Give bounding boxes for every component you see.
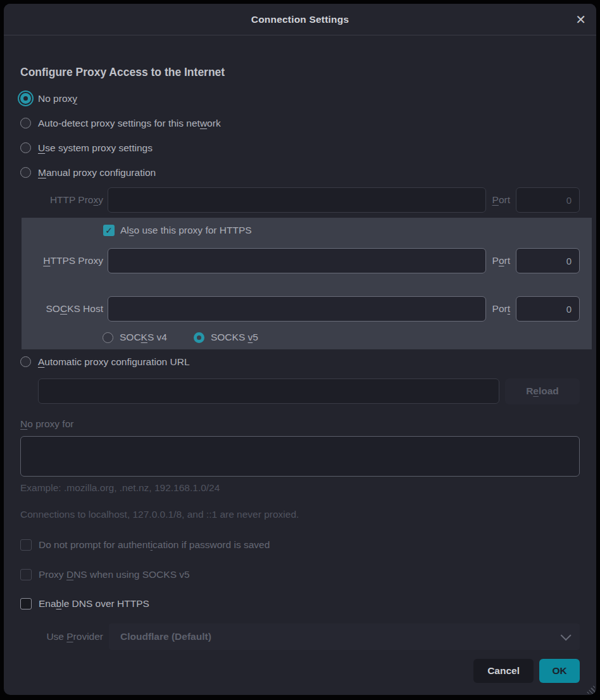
https-proxy-row: HTTPS Proxy Port	[22, 247, 580, 274]
localhost-note: Connections to localhost, 127.0.0.1/8, a…	[20, 508, 580, 521]
radio-auto-detect[interactable]: Auto-detect proxy settings for this netw…	[20, 111, 580, 135]
example-hint: Example: .mozilla.org, .net.nz, 192.168.…	[20, 482, 580, 494]
automatic-url-input[interactable]	[38, 378, 499, 404]
checkbox-checked-icon[interactable]: ✓	[103, 225, 115, 236]
dialog-content: Configure Proxy Access to the Internet N…	[4, 35, 596, 695]
socks-v5-label[interactable]: SOCKS v5	[211, 332, 258, 343]
radio-icon[interactable]	[20, 167, 31, 178]
enable-doh-checkbox-row[interactable]: Enable DNS over HTTPS	[20, 594, 580, 613]
https-proxy-label: HTTPS Proxy	[22, 255, 103, 266]
radio-manual-proxy[interactable]: Manual proxy configuration	[20, 160, 580, 185]
http-proxy-input[interactable]	[108, 187, 486, 213]
checkbox-label: Proxy DNS when using SOCKS v5	[39, 569, 190, 580]
dialog-footer: Cancel OK	[20, 659, 580, 683]
socks-port-label: Port	[492, 303, 510, 315]
radio-automatic-proxy-url[interactable]: Automatic proxy configuration URL	[20, 349, 580, 374]
dialog-titlebar: Connection Settings ✕	[4, 4, 596, 35]
https-socks-highlight-section: ✓ Also use this proxy for HTTPS HTTPS Pr…	[22, 218, 592, 349]
connection-settings-dialog: Connection Settings ✕ Configure Proxy Ac…	[4, 4, 596, 695]
checkbox-label: Do not prompt for authentication if pass…	[39, 539, 270, 551]
radio-label: Auto-detect proxy settings for this netw…	[38, 118, 221, 129]
cancel-button[interactable]: Cancel	[473, 659, 534, 683]
radio-label: Manual proxy configuration	[38, 167, 156, 178]
radio-icon-selected[interactable]	[20, 93, 31, 104]
socks-host-input[interactable]	[108, 296, 486, 322]
checkbox-label: Also use this proxy for HTTPS	[120, 225, 252, 236]
close-icon[interactable]: ✕	[575, 13, 586, 26]
socks-host-row: SOCKS Host Port	[22, 296, 580, 322]
reload-button[interactable]: Reload	[505, 378, 580, 404]
radio-icon[interactable]	[20, 356, 31, 367]
https-port-label: Port	[492, 255, 510, 266]
radio-use-system-proxy[interactable]: Use system proxy settings	[20, 135, 580, 160]
dialog-title: Connection Settings	[251, 14, 349, 25]
automatic-url-row: Reload	[38, 378, 580, 404]
checkbox-icon[interactable]	[20, 598, 32, 609]
http-proxy-row: HTTP Proxy Port	[20, 187, 580, 213]
http-proxy-label: HTTP Proxy	[20, 194, 103, 206]
chevron-down-icon	[561, 630, 572, 641]
no-proxy-for-label: No proxy for	[20, 416, 580, 432]
use-provider-label: Use Provider	[20, 631, 103, 642]
socks-version-row: SOCKS v4 SOCKS v5	[103, 328, 580, 347]
socks-host-label: SOCKS Host	[22, 303, 103, 315]
no-proxy-for-textarea[interactable]	[20, 436, 580, 477]
radio-label: No proxy	[38, 93, 77, 104]
radio-icon[interactable]	[20, 118, 31, 128]
socks-v4-label[interactable]: SOCKS v4	[120, 332, 167, 343]
radio-icon-selected[interactable]	[194, 332, 204, 343]
checkbox-icon[interactable]	[20, 539, 32, 551]
radio-label: Automatic proxy configuration URL	[38, 356, 190, 368]
checkbox-icon[interactable]	[20, 569, 32, 580]
radio-label: Use system proxy settings	[38, 142, 153, 154]
no-auth-prompt-checkbox-row[interactable]: Do not prompt for authentication if pass…	[20, 535, 580, 554]
provider-dropdown[interactable]: Cloudflare (Default)	[109, 623, 580, 650]
ok-button[interactable]: OK	[539, 659, 580, 683]
radio-no-proxy[interactable]: No proxy	[20, 86, 580, 111]
also-use-https-checkbox-row[interactable]: ✓ Also use this proxy for HTTPS	[103, 223, 580, 238]
proxy-dns-checkbox-row[interactable]: Proxy DNS when using SOCKS v5	[20, 565, 580, 584]
https-port-input[interactable]	[516, 248, 580, 273]
https-proxy-input[interactable]	[108, 248, 486, 273]
doh-provider-row: Use Provider Cloudflare (Default)	[20, 623, 580, 650]
provider-selected-value: Cloudflare (Default)	[120, 631, 561, 642]
radio-icon[interactable]	[20, 142, 31, 153]
socks-port-input[interactable]	[516, 296, 580, 322]
http-port-input[interactable]	[516, 187, 580, 213]
checkbox-label: Enable DNS over HTTPS	[39, 598, 149, 609]
radio-icon[interactable]	[103, 332, 113, 343]
http-port-label: Port	[492, 194, 510, 206]
page-title: Configure Proxy Access to the Internet	[20, 65, 580, 80]
